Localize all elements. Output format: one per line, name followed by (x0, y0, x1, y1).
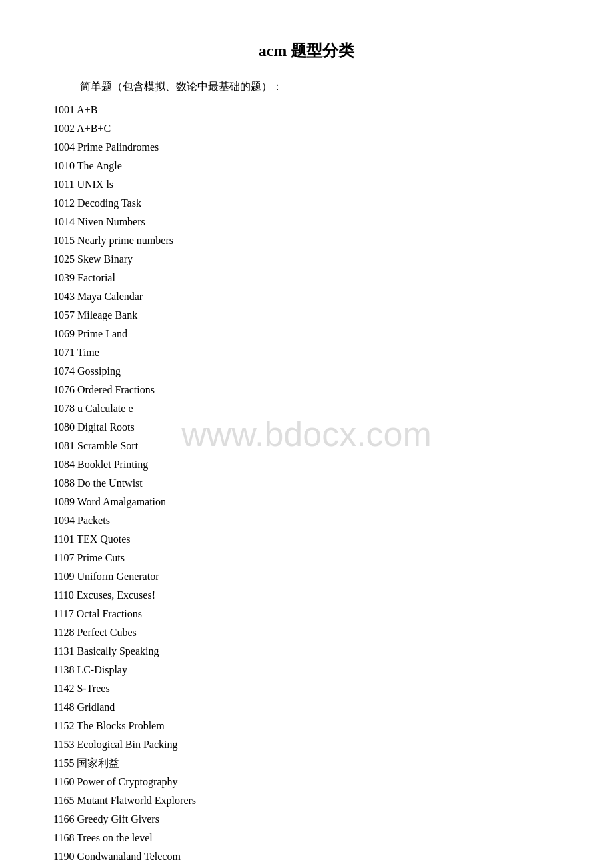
list-item: 1081 Scramble Sort (53, 437, 560, 455)
subtitle: 简单题（包含模拟、数论中最基础的题）： (80, 80, 560, 94)
list-item: 1155 国家利益 (53, 754, 560, 773)
list-item: 1015 Nearly prime numbers (53, 231, 560, 250)
list-item: 1057 Mileage Bank (53, 306, 560, 325)
list-item: 1138 LC-Display (53, 661, 560, 679)
list-item: 1107 Prime Cuts (53, 549, 560, 567)
list-item: 1014 Niven Numbers (53, 213, 560, 231)
list-item: 1001 A+B (53, 101, 560, 119)
list-item: 1190 Gondwanaland Telecom (53, 847, 560, 866)
list-item: 1025 Skew Binary (53, 250, 560, 269)
list-item: 1039 Factorial (53, 269, 560, 287)
list-item: 1117 Octal Fractions (53, 605, 560, 623)
list-item: 1012 Decoding Task (53, 194, 560, 213)
list-item: 1071 Time (53, 343, 560, 362)
list-item: 1160 Power of Cryptography (53, 773, 560, 791)
list-item: 1168 Trees on the level (53, 829, 560, 847)
problem-list: 1001 A+B1002 A+B+C1004 Prime Palindromes… (53, 101, 560, 868)
list-item: 1080 Digital Roots (53, 418, 560, 437)
list-item: 1165 Mutant Flatworld Explorers (53, 791, 560, 810)
list-item: 1101 TEX Quotes (53, 530, 560, 549)
list-item: 1109 Uniform Generator (53, 567, 560, 586)
list-item: 1084 Booklet Printing (53, 455, 560, 474)
list-item: 1076 Ordered Fractions (53, 381, 560, 399)
list-item: 1152 The Blocks Problem (53, 717, 560, 735)
list-item: 1142 S-Trees (53, 679, 560, 698)
list-item: 1094 Packets (53, 511, 560, 530)
list-item: 1074 Gossiping (53, 362, 560, 381)
list-item: 1131 Basically Speaking (53, 642, 560, 661)
list-item: 1002 A+B+C (53, 119, 560, 138)
list-item: 1069 Prime Land (53, 325, 560, 343)
list-item: 1010 The Angle (53, 157, 560, 175)
list-item: 1110 Excuses, Excuses! (53, 586, 560, 605)
list-item: 1148 Gridland (53, 698, 560, 717)
list-item: 1004 Prime Palindromes (53, 138, 560, 157)
page-title: acm 题型分类 (53, 40, 560, 61)
list-item: 1089 Word Amalgamation (53, 493, 560, 511)
list-item: 1153 Ecological Bin Packing (53, 735, 560, 754)
list-item: 1166 Greedy Gift Givers (53, 810, 560, 829)
list-item: 1088 Do the Untwist (53, 474, 560, 493)
list-item: 1043 Maya Calendar (53, 287, 560, 306)
list-item: 1011 UNIX ls (53, 175, 560, 194)
list-item: 1128 Perfect Cubes (53, 623, 560, 642)
list-item: 1078 u Calculate e (53, 399, 560, 418)
